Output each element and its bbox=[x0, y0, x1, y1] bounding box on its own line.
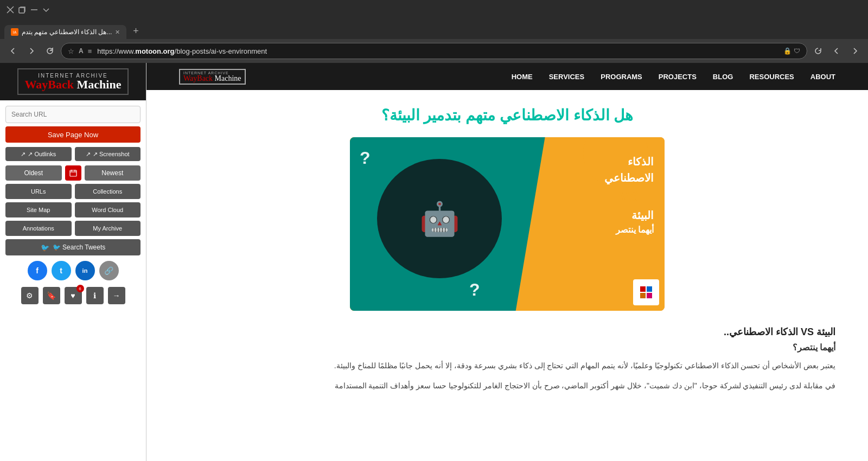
article-heading-main: البيئة VS الذكاء الاصطناعي.. bbox=[179, 326, 835, 338]
page-content: INTERNET ARCHIVE WayBack Machine HOME SE… bbox=[146, 63, 868, 461]
reload-btn[interactable] bbox=[42, 43, 58, 59]
twitter-btn[interactable]: t bbox=[52, 261, 71, 280]
back-btn[interactable] bbox=[5, 43, 21, 59]
site-nav: INTERNET ARCHIVE WayBack Machine HOME SE… bbox=[146, 63, 868, 90]
my-archive-btn[interactable]: My Archive bbox=[75, 221, 141, 236]
url-display[interactable]: https://www.motoon.org/blog-posts/ai-vs-… bbox=[97, 47, 779, 55]
bottom-icons: ⚙ 🔖 ♥ 6 ℹ → bbox=[5, 287, 141, 304]
newest-btn[interactable]: Newest bbox=[85, 165, 141, 181]
browser-toolbar: ☆ A ≡ https://www.motoon.org/blog-posts/… bbox=[0, 39, 868, 63]
translate-icon: A bbox=[79, 47, 84, 55]
restore-btn[interactable] bbox=[18, 6, 26, 14]
page-title: هل الذكاء الاصطناعي متهم بتدمير البيئة؟ bbox=[179, 106, 835, 124]
active-tab[interactable]: IA هل الذكاء الاصطناعي متهم يتدم... ✕ bbox=[4, 25, 126, 39]
outlinks-row: ↗ ↗ Outlinks ↗ ↗ Screenshot bbox=[5, 147, 141, 161]
nav-blog[interactable]: BLOG bbox=[713, 73, 733, 81]
img-line4: أيهما ينتصر bbox=[604, 223, 654, 236]
calendar-btn[interactable] bbox=[65, 165, 81, 181]
reload-icon-right[interactable] bbox=[810, 43, 826, 59]
new-tab-btn[interactable]: + bbox=[129, 23, 143, 39]
img-logo-watermark bbox=[633, 279, 659, 305]
collections-btn[interactable]: Collections bbox=[75, 184, 141, 199]
screenshot-arrow-icon: ↗ bbox=[86, 151, 91, 158]
img-vs: VS bbox=[604, 186, 654, 207]
img-logo-grid bbox=[640, 286, 652, 298]
nav-back-btn[interactable] bbox=[829, 43, 844, 59]
search-tweets-btn[interactable]: 🐦 🐦 Search Tweets bbox=[5, 239, 141, 255]
wayback-logo: INTERNET ARCHIVE WayBack Machine bbox=[0, 63, 146, 100]
dropdown-btn[interactable] bbox=[42, 6, 50, 14]
nav-programs[interactable]: PROGRAMS bbox=[601, 73, 642, 81]
login-icon: → bbox=[113, 291, 120, 300]
article-heading-sub: أيهما ينتصر؟ bbox=[179, 342, 835, 353]
bookmark-icon: 🔖 bbox=[47, 291, 56, 300]
tab-bar: IA هل الذكاء الاصطناعي متهم يتدم... ✕ + bbox=[0, 20, 868, 39]
site-logo-area: INTERNET ARCHIVE WayBack Machine bbox=[179, 69, 246, 85]
urls-btn[interactable]: URLs bbox=[5, 184, 72, 199]
favorites-badge: 6 bbox=[76, 285, 84, 292]
info-btn[interactable]: ℹ bbox=[86, 287, 104, 304]
twitter-icon: t bbox=[60, 266, 62, 275]
site-map-btn[interactable]: Site Map bbox=[5, 202, 72, 217]
twitter-bird-icon: 🐦 bbox=[41, 244, 49, 252]
linkedin-icon: in bbox=[82, 267, 88, 274]
article-para-2: في مقابلة لدى رئيس التنفيذي لشركة حوجا، … bbox=[179, 379, 835, 393]
minimize-btn[interactable] bbox=[30, 6, 38, 14]
settings-btn[interactable]: ⚙ bbox=[21, 287, 39, 304]
nav-about[interactable]: ABOUT bbox=[810, 73, 835, 81]
main-nav: HOME SERVICES PROGRAMS PROJECTS BLOG RES… bbox=[512, 73, 835, 81]
ia-logo: INTERNET ARCHIVE WayBack Machine bbox=[179, 69, 246, 85]
bookmark-btn[interactable]: 🔖 bbox=[43, 287, 60, 304]
nav-home[interactable]: HOME bbox=[512, 73, 533, 81]
outlinks-btn[interactable]: ↗ ↗ Outlinks bbox=[5, 147, 72, 161]
featured-image: 🤖 ? ? الذكاء الاصطناعي VS البيئة أيهما ي… bbox=[350, 137, 665, 311]
address-bar[interactable]: ☆ A ≡ https://www.motoon.org/blog-posts/… bbox=[61, 43, 807, 59]
tab-favicon: IA bbox=[11, 28, 18, 36]
forward-btn[interactable] bbox=[24, 43, 39, 59]
img-line3: البيئة bbox=[604, 207, 654, 223]
nav-projects[interactable]: PROJECTS bbox=[659, 73, 697, 81]
gear-icon: ⚙ bbox=[26, 291, 33, 300]
reader-mode-icon: ≡ bbox=[88, 47, 92, 55]
tab-close-icon[interactable]: ✕ bbox=[115, 29, 120, 36]
linkedin-btn[interactable]: in bbox=[75, 261, 95, 280]
screenshot-btn[interactable]: ↗ ↗ Screenshot bbox=[75, 147, 141, 161]
shield-icon: 🛡 bbox=[794, 47, 800, 55]
oldest-btn[interactable]: Oldest bbox=[5, 165, 62, 181]
lock-icon: 🔒 bbox=[783, 47, 792, 55]
wayback-machine-label: WayBack Machine bbox=[25, 79, 122, 91]
save-page-btn[interactable]: Save Page Now bbox=[5, 126, 141, 143]
img-line1: الذكاء bbox=[604, 153, 654, 170]
search-url-input[interactable] bbox=[5, 106, 141, 123]
svg-rect-0 bbox=[19, 8, 24, 13]
img-question-bottom: ? bbox=[469, 280, 480, 300]
link-icon: 🔗 bbox=[104, 266, 113, 275]
nav-row: Oldest Newest bbox=[5, 165, 141, 181]
word-cloud-btn[interactable]: Word Cloud bbox=[75, 202, 141, 217]
search-url-section bbox=[5, 106, 141, 123]
img-line2: الاصطناعي bbox=[604, 170, 654, 186]
article-para-1: يعتبر بعض الأشخاص أن تحسن الذكاء الاصطنا… bbox=[179, 359, 835, 373]
nav-services[interactable]: SERVICES bbox=[549, 73, 585, 81]
article-body: البيئة VS الذكاء الاصطناعي.. أيهما ينتصر… bbox=[179, 326, 835, 393]
facebook-btn[interactable]: f bbox=[28, 261, 47, 280]
annotations-btn[interactable]: Annotations bbox=[5, 221, 72, 236]
img-arabic-text: الذكاء الاصطناعي VS البيئة أيهما ينتصر bbox=[604, 153, 654, 236]
close-btn[interactable] bbox=[7, 6, 14, 14]
nav-forward-btn[interactable] bbox=[847, 43, 863, 59]
copy-link-btn[interactable]: 🔗 bbox=[99, 261, 119, 280]
img-globe: 🤖 bbox=[377, 159, 502, 278]
social-row: f t in 🔗 bbox=[5, 261, 141, 280]
img-question-top: ? bbox=[360, 148, 371, 168]
heart-icon: ♥ bbox=[71, 291, 75, 300]
outlinks-arrow-icon: ↗ bbox=[21, 151, 25, 158]
img-hand-icon: 🤖 bbox=[419, 200, 460, 238]
featured-image-inner: 🤖 ? ? الذكاء الاصطناعي VS البيئة أيهما ي… bbox=[350, 137, 665, 311]
tools-grid: URLs Collections Site Map Word Cloud Ann… bbox=[5, 184, 141, 236]
favorites-btn[interactable]: ♥ 6 bbox=[65, 287, 82, 304]
browser-content: INTERNET ARCHIVE WayBack Machine Save Pa… bbox=[0, 63, 868, 461]
login-btn[interactable]: → bbox=[108, 287, 125, 304]
wayback-logo-text: WayBack Machine bbox=[183, 75, 241, 82]
nav-resources[interactable]: RESOURCES bbox=[749, 73, 794, 81]
wayback-sidebar: INTERNET ARCHIVE WayBack Machine Save Pa… bbox=[0, 63, 146, 461]
